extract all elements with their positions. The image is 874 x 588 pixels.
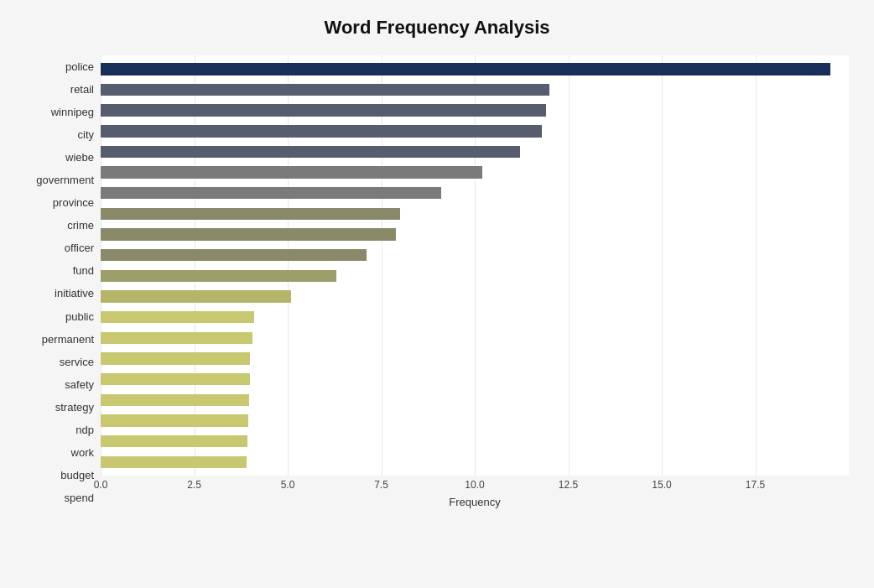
- y-label: officer: [25, 242, 94, 253]
- bar: [101, 456, 247, 468]
- chart-area: policeretailwinnipegcitywiebegovernmentp…: [25, 55, 849, 509]
- y-label: permanent: [25, 334, 94, 345]
- bar: [101, 373, 250, 385]
- bars-container: [101, 55, 849, 476]
- bar: [101, 63, 830, 75]
- y-label: strategy: [25, 402, 94, 413]
- bar-row: [101, 162, 849, 183]
- bar: [101, 311, 254, 323]
- chart-title: Word Frequency Analysis: [25, 17, 849, 39]
- bar-row: [101, 224, 849, 245]
- bar-row: [101, 307, 849, 328]
- bar-row: [101, 328, 849, 349]
- x-tick: 15.0: [652, 479, 671, 491]
- bar: [101, 290, 291, 302]
- x-tick: 12.5: [559, 479, 578, 491]
- x-tick: 7.5: [374, 479, 388, 491]
- y-label: province: [25, 197, 94, 208]
- y-label: retail: [25, 84, 94, 95]
- bar-row: [101, 266, 849, 287]
- bar: [101, 208, 400, 220]
- bar-row: [101, 348, 849, 369]
- bar-row: [101, 204, 849, 225]
- y-label: winnipeg: [25, 107, 94, 117]
- bar: [101, 166, 482, 178]
- bar-row: [101, 121, 849, 142]
- bar-row: [101, 431, 849, 452]
- bar-row: [101, 245, 849, 266]
- y-label: budget: [25, 470, 94, 481]
- bar: [101, 249, 367, 261]
- y-label: initiative: [25, 288, 94, 299]
- y-label: safety: [25, 379, 94, 390]
- bar-row: [101, 142, 849, 163]
- grid-and-bars: [101, 55, 849, 476]
- bar: [101, 146, 520, 158]
- y-label: public: [25, 311, 94, 322]
- chart-container: Word Frequency Analysis policeretailwinn…: [0, 0, 874, 588]
- bar: [101, 435, 247, 447]
- x-tick: 5.0: [281, 479, 295, 491]
- y-label: spend: [25, 492, 94, 503]
- bar-row: [101, 390, 849, 411]
- plot-area: 0.02.55.07.510.012.515.017.5 Frequency: [101, 55, 849, 509]
- x-tick: 10.0: [465, 479, 484, 491]
- bar-row: [101, 59, 849, 80]
- bar-row: [101, 410, 849, 431]
- bar: [101, 394, 249, 406]
- y-label: city: [25, 129, 94, 140]
- y-label: government: [25, 174, 94, 185]
- y-label: crime: [25, 220, 94, 231]
- x-ticks: 0.02.55.07.510.012.515.017.5: [101, 476, 849, 492]
- y-label: ndp: [25, 424, 94, 435]
- x-tick: 0.0: [94, 479, 108, 491]
- bar: [101, 228, 396, 240]
- y-label: fund: [25, 265, 94, 276]
- bar-row: [101, 80, 849, 101]
- y-label: service: [25, 356, 94, 367]
- y-labels: policeretailwinnipegcitywiebegovernmentp…: [25, 55, 101, 509]
- x-tick: 2.5: [187, 479, 201, 491]
- bar: [101, 84, 549, 96]
- bar-row: [101, 286, 849, 307]
- bar: [101, 270, 336, 282]
- bar: [101, 187, 441, 199]
- x-axis: 0.02.55.07.510.012.515.017.5 Frequency: [101, 476, 849, 509]
- bar: [101, 332, 252, 344]
- bar: [101, 352, 250, 364]
- y-label: police: [25, 61, 94, 72]
- bar-row: [101, 100, 849, 121]
- bar: [101, 414, 248, 426]
- bar-row: [101, 369, 849, 390]
- y-label: wiebe: [25, 152, 94, 163]
- x-axis-label: Frequency: [101, 496, 849, 508]
- bar-row: [101, 183, 849, 204]
- bar: [101, 104, 546, 116]
- y-label: work: [25, 447, 94, 458]
- bar-row: [101, 451, 849, 472]
- x-tick: 17.5: [746, 479, 765, 491]
- bar: [101, 125, 542, 137]
